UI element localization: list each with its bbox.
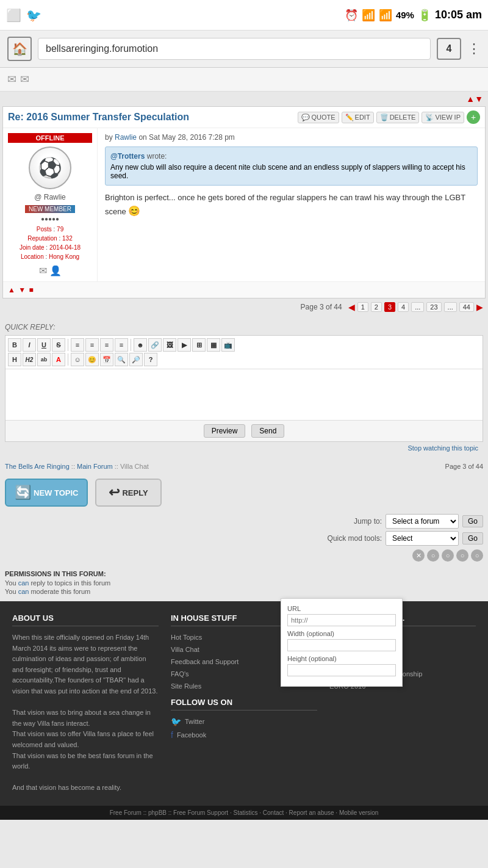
post-nav-arrows-top: ▲▼	[466, 94, 483, 104]
page-4[interactable]: 4	[398, 302, 409, 312]
strikethrough-button[interactable]: S	[52, 338, 65, 352]
faq-link[interactable]: FAQ's	[171, 670, 189, 678]
footer-about: ABOUT US When this site officially opene…	[12, 613, 159, 794]
post-author-link[interactable]: Rawlie	[115, 133, 137, 142]
home-button[interactable]: 🏠	[7, 37, 32, 61]
preview-button[interactable]: Preview	[204, 424, 246, 438]
page-3[interactable]: 3	[384, 302, 395, 312]
edit-button[interactable]: ✏️ EDIT	[342, 112, 374, 123]
bottom-bar: The Bells Are Ringing :: Main Forum :: V…	[0, 459, 488, 474]
reply-button[interactable]: ↩ REPLY	[95, 479, 161, 507]
post-text: Brighton is perfect... once he gets bore…	[105, 192, 478, 219]
browser-menu-button[interactable]: ⋮	[467, 41, 481, 57]
mod-icon-4[interactable]: ○	[456, 549, 468, 562]
facebook-link[interactable]: f Facebook	[171, 730, 317, 740]
code-button[interactable]: ⊞	[192, 338, 206, 352]
site-rules-link[interactable]: Site Rules	[171, 682, 201, 690]
message-icon[interactable]: ✉	[39, 265, 47, 277]
quick-mod-row: Quick mod tools: Select Go	[5, 531, 483, 546]
nav-icon-1[interactable]: ✉	[7, 73, 16, 86]
calendar-button[interactable]: 📅	[100, 353, 113, 366]
height-input[interactable]	[287, 664, 396, 676]
h1-button[interactable]: H	[8, 353, 21, 366]
emoticon1-button[interactable]: ☺	[71, 353, 84, 366]
vote-neutral-icon[interactable]: ■	[29, 286, 33, 294]
bold-button[interactable]: B	[8, 338, 21, 352]
color-button[interactable]: A	[52, 353, 65, 366]
page-44[interactable]: 44	[459, 302, 474, 312]
battery-icon: 🔋	[418, 9, 431, 22]
mod-icon-2[interactable]: ○	[427, 549, 439, 562]
feedback-link[interactable]: Feedback and Support	[171, 658, 239, 665]
avatar: ⚽	[29, 146, 71, 189]
align-left-button[interactable]: ≡	[71, 338, 84, 352]
help-button[interactable]: ?	[144, 353, 157, 366]
url-popup: URL Width (optional) Height (optional) i…	[281, 598, 403, 687]
page-23[interactable]: 23	[426, 302, 441, 312]
edit-icon: ✏️	[345, 114, 354, 121]
underline-button[interactable]: U	[37, 338, 51, 352]
site-footer: ABOUT US When this site officially opene…	[0, 601, 488, 806]
emoticon2-button[interactable]: 😊	[85, 353, 99, 366]
profile-icon[interactable]: 👤	[49, 265, 62, 277]
quote-wrote: wrote:	[147, 152, 167, 161]
vote-down-icon[interactable]: ▼	[18, 286, 26, 294]
browser-bar: 🏠 bellsareringing.forumotion 4 ⋮	[0, 31, 488, 68]
page-1[interactable]: 1	[357, 302, 368, 312]
nav-icons-row: ✉ ✉	[0, 68, 488, 92]
watch-link[interactable]: Stop watching this topic	[5, 442, 483, 454]
image-button[interactable]: 🖼	[163, 338, 176, 352]
viewip-button[interactable]: 📡 VIEW IP	[422, 112, 464, 123]
jump-select[interactable]: Select a forum	[386, 514, 459, 529]
post-actions: 💬 QUOTE ✏️ EDIT 🗑️ DELETE 📡 VIEW IP +	[298, 110, 480, 124]
smiley-button[interactable]: ☻	[134, 338, 147, 352]
quick-mod-go-button[interactable]: Go	[462, 532, 483, 544]
nav-icon-2[interactable]: ✉	[20, 73, 29, 86]
quick-reply-section: QUICK REPLY: B I U S ≡ ≡ ≡ ≡ ☻ 🔗 🖼	[0, 318, 488, 459]
height-label: Height (optional)	[287, 655, 396, 662]
align-center-button[interactable]: ≡	[85, 338, 99, 352]
video-button[interactable]: ▶	[178, 338, 191, 352]
quick-mod-select[interactable]: Select	[386, 531, 459, 546]
mod-icon-1[interactable]: ✕	[412, 549, 425, 562]
table-button[interactable]: ▦	[207, 338, 220, 352]
align-right-button[interactable]: ≡	[100, 338, 113, 352]
width-input[interactable]	[287, 639, 396, 651]
breadcrumb-main-forum[interactable]: Main Forum	[77, 463, 113, 470]
next-page-icon[interactable]: ▶	[476, 302, 483, 312]
link-button[interactable]: 🔗	[148, 338, 162, 352]
post-footer: ▲ ▼ ■	[3, 281, 485, 298]
toolbar-row-2: H H2 ab A ☺ 😊 📅 🔍 🔎 ?	[8, 353, 480, 366]
send-button[interactable]: Send	[251, 424, 284, 438]
avatar-img: ⚽	[30, 148, 70, 188]
align-justify-button[interactable]: ≡	[115, 338, 128, 352]
footer-social: 🐦 Twitter f Facebook	[171, 717, 317, 740]
search1-button[interactable]: 🔍	[115, 353, 128, 366]
new-topic-button[interactable]: 🔄 NEW TOPIC	[5, 479, 88, 507]
hot-topics-link[interactable]: Hot Topics	[171, 634, 202, 641]
url-bar[interactable]: bellsareringing.forumotion	[38, 38, 431, 60]
page-2[interactable]: 2	[371, 302, 382, 312]
youtube-button[interactable]: 📺	[221, 338, 235, 352]
status-left: ⬜ 🐦	[6, 8, 41, 23]
green-action-button[interactable]: +	[467, 110, 480, 124]
mod-icon-5[interactable]: ○	[471, 549, 483, 562]
reply-label: REPLY	[122, 488, 148, 497]
jump-go-button[interactable]: Go	[462, 515, 483, 527]
prev-page-icon[interactable]: ◀	[348, 302, 355, 312]
vote-up-icon[interactable]: ▲	[8, 286, 15, 294]
mod-icon-3[interactable]: ○	[442, 549, 454, 562]
villa-chat-link[interactable]: Villa Chat	[171, 646, 199, 653]
delete-button[interactable]: 🗑️ DELETE	[376, 112, 420, 123]
breadcrumb-home[interactable]: The Bells Are Ringing	[5, 463, 70, 470]
quote-button[interactable]: 💬 QUOTE	[298, 112, 339, 123]
tab-count-button[interactable]: 4	[437, 38, 461, 60]
h2-button[interactable]: H2	[23, 353, 36, 366]
italic-button[interactable]: I	[23, 338, 36, 352]
url-input[interactable]	[287, 614, 396, 626]
search2-button[interactable]: 🔎	[129, 353, 143, 366]
font-button[interactable]: ab	[37, 353, 51, 366]
twitter-link[interactable]: 🐦 Twitter	[171, 717, 317, 726]
reply-textarea[interactable]	[5, 369, 483, 418]
viewip-icon: 📡	[425, 114, 434, 121]
